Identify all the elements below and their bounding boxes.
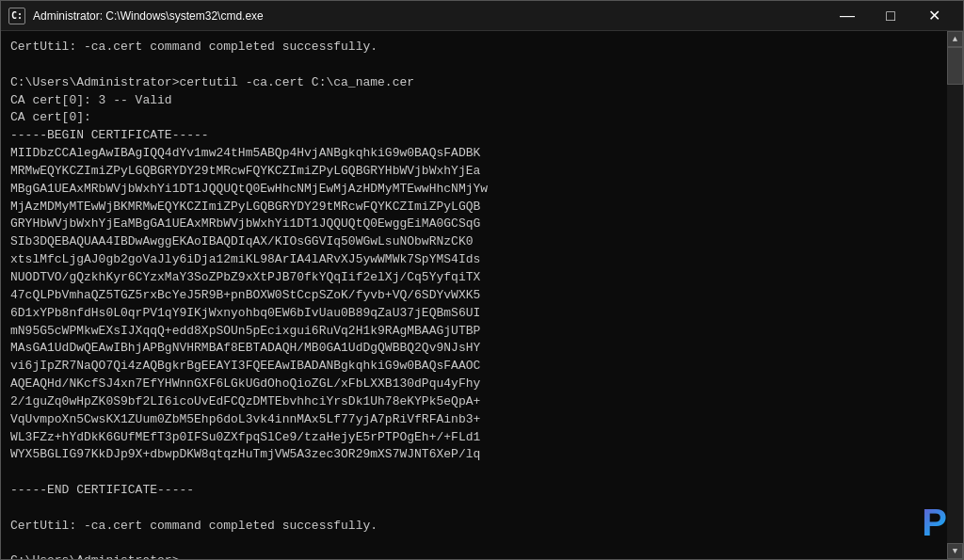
scroll-down-button[interactable]: ▼: [947, 543, 963, 559]
watermark: P: [922, 504, 947, 541]
minimize-button[interactable]: —: [826, 1, 869, 31]
scrollbar-thumb-area[interactable]: [947, 47, 963, 543]
content-area: CertUtil: -ca.cert command completed suc…: [1, 31, 963, 559]
icon-label: C:: [11, 10, 23, 21]
window-icon: C:: [8, 8, 25, 24]
scrollbar[interactable]: ▲ ▼: [947, 31, 963, 559]
scrollbar-thumb[interactable]: [947, 47, 963, 85]
title-bar: C: Administrator: C:\Windows\system32\cm…: [1, 1, 963, 31]
watermark-letter: P: [922, 504, 947, 541]
maximize-button[interactable]: □: [869, 1, 912, 31]
close-button[interactable]: ✕: [912, 1, 956, 31]
cmd-window: C: Administrator: C:\Windows\system32\cm…: [0, 0, 964, 560]
scroll-up-button[interactable]: ▲: [947, 31, 963, 47]
title-text: Administrator: C:\Windows\system32\cmd.e…: [33, 9, 826, 23]
window-controls: — □ ✕: [826, 1, 956, 31]
terminal-output[interactable]: CertUtil: -ca.cert command completed suc…: [1, 31, 947, 559]
